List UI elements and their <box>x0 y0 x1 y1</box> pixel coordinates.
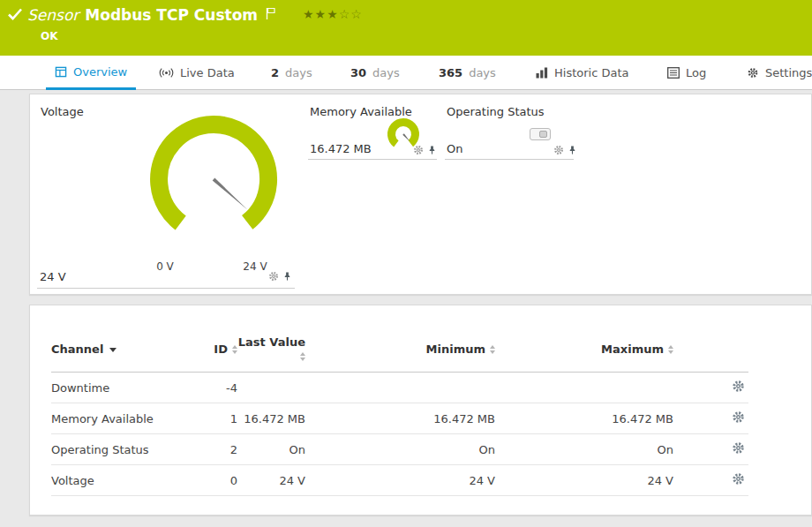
gauge-needle <box>402 133 410 142</box>
sensor-status-badge: OK <box>41 30 58 42</box>
channel-settings-icon[interactable] <box>732 410 745 424</box>
channel-last-value: 16.472 MB <box>237 403 305 434</box>
tab-historic-data[interactable]: Historic Data <box>534 56 631 90</box>
switch-knob <box>539 131 547 138</box>
channel-settings-gear-icon[interactable] <box>553 145 564 155</box>
sensor-header: Sensor Modbus TCP Custom ★★★☆☆ OK <box>0 0 812 56</box>
table-row[interactable]: Operating Status 2 On On On <box>51 434 748 465</box>
channel-maximum <box>495 373 673 403</box>
channels-table: Channel ID Last Value Minimum Maximum Do… <box>51 328 748 496</box>
sort-desc-caret-icon <box>109 348 117 352</box>
channel-last-value: 24 V <box>237 465 305 496</box>
tab-period-number: 365 <box>439 66 462 79</box>
channel-settings-icon[interactable] <box>732 472 745 486</box>
column-header-minimum[interactable]: Minimum <box>305 328 495 373</box>
table-row[interactable]: Memory Available 1 16.472 MB 16.472 MB 1… <box>51 403 748 434</box>
tab-label: Log <box>686 66 706 79</box>
tab-label: Historic Data <box>554 66 629 79</box>
stars-empty: ☆☆ <box>339 7 363 21</box>
flag-icon[interactable] <box>266 7 275 20</box>
gauge-scale-max: 24 V <box>240 260 270 273</box>
column-label: ID <box>214 343 228 356</box>
channel-name: Memory Available <box>51 403 201 434</box>
operating-status-label: Operating Status <box>447 105 545 118</box>
tab-period-number: 2 <box>271 66 279 79</box>
voltage-gauge <box>134 107 293 259</box>
sort-icon <box>668 345 673 354</box>
tab-365-days[interactable]: 365 days <box>437 56 498 90</box>
log-icon <box>667 67 680 79</box>
operating-gauge-actions <box>553 145 577 155</box>
gauge-needle <box>213 178 248 210</box>
sensor-kind-label: Sensor <box>27 6 79 24</box>
channel-settings-icon[interactable] <box>732 380 745 393</box>
table-row[interactable]: Downtime -4 <box>51 373 748 403</box>
memory-gauge-actions <box>413 145 437 155</box>
channel-name: Operating Status <box>51 434 201 465</box>
tab-live-data[interactable]: Live Data <box>157 56 237 90</box>
column-header-channel[interactable]: Channel <box>51 328 201 373</box>
table-row[interactable]: Voltage 0 24 V 24 V 24 V <box>51 465 748 496</box>
stars-filled: ★★★ <box>303 7 339 21</box>
tab-label: days <box>372 66 400 79</box>
voltage-gauge-label: Voltage <box>41 105 84 118</box>
voltage-current-value: 24 V <box>40 270 66 283</box>
pin-icon[interactable] <box>568 145 577 155</box>
settings-gear-icon <box>747 67 759 79</box>
column-header-id[interactable]: ID <box>201 328 237 373</box>
channel-name: Downtime <box>51 373 201 403</box>
channel-maximum: 24 V <box>495 465 673 496</box>
prtg-sensor-page: Sensor Modbus TCP Custom ★★★☆☆ OK Overvi… <box>0 0 812 527</box>
column-header-maximum[interactable]: Maximum <box>495 328 673 373</box>
operating-status-switch <box>530 128 551 140</box>
live-data-icon <box>159 67 174 79</box>
tab-label: Live Data <box>180 66 235 79</box>
column-header-actions <box>673 328 748 373</box>
tab-bar: Overview Live Data 2 days 30 days 365 da… <box>0 56 812 90</box>
tab-overview[interactable]: Overview <box>46 56 136 90</box>
tab-label: Overview <box>73 65 127 79</box>
channel-name: Voltage <box>51 465 201 496</box>
tab-2-days[interactable]: 2 days <box>269 56 314 90</box>
channel-last-value: On <box>237 434 305 465</box>
channel-id: 0 <box>201 465 237 496</box>
channel-minimum: 16.472 MB <box>305 403 495 434</box>
channel-id: 1 <box>201 403 237 434</box>
channels-panel: Channel ID Last Value Minimum Maximum Do… <box>29 305 812 516</box>
column-label: Last Value <box>238 335 305 349</box>
tab-log[interactable]: Log <box>665 56 708 90</box>
tab-period-number: 30 <box>350 66 366 79</box>
pin-icon[interactable] <box>282 271 292 282</box>
priority-stars[interactable]: ★★★☆☆ <box>303 7 363 21</box>
table-header-row: Channel ID Last Value Minimum Maximum <box>51 328 748 373</box>
channel-minimum: On <box>305 434 495 465</box>
channel-id: -4 <box>201 373 237 403</box>
channel-id: 2 <box>201 434 237 465</box>
channel-maximum: 16.472 MB <box>495 403 673 434</box>
gauge-scale-min: 0 V <box>150 260 180 273</box>
sensor-title-row: Sensor Modbus TCP Custom ★★★☆☆ <box>27 5 363 25</box>
channel-settings-gear-icon[interactable] <box>413 145 424 155</box>
status-ok-check-icon <box>8 8 22 20</box>
divider <box>308 159 437 160</box>
gauges-panel: Voltage 0 V 24 V 24 V Memory Available <box>29 94 812 295</box>
pin-icon[interactable] <box>427 145 437 155</box>
channel-minimum <box>305 373 495 403</box>
column-label: Maximum <box>601 343 664 356</box>
tab-label: days <box>469 66 496 79</box>
sort-icon <box>300 352 305 361</box>
divider <box>445 159 574 160</box>
operating-status-value: On <box>447 142 462 155</box>
column-header-last-value[interactable]: Last Value <box>237 328 305 373</box>
divider <box>37 288 295 289</box>
channel-settings-icon[interactable] <box>732 441 745 455</box>
tab-label: days <box>285 66 312 79</box>
overview-icon <box>55 66 67 78</box>
channel-settings-gear-icon[interactable] <box>268 271 279 282</box>
tab-label: Settings <box>765 66 812 79</box>
tab-30-days[interactable]: 30 days <box>349 56 402 90</box>
sensor-title: Modbus TCP Custom <box>85 6 258 24</box>
memory-current-value: 16.472 MB <box>310 142 372 155</box>
tab-settings[interactable]: Settings <box>745 56 812 90</box>
channel-maximum: On <box>495 434 673 465</box>
